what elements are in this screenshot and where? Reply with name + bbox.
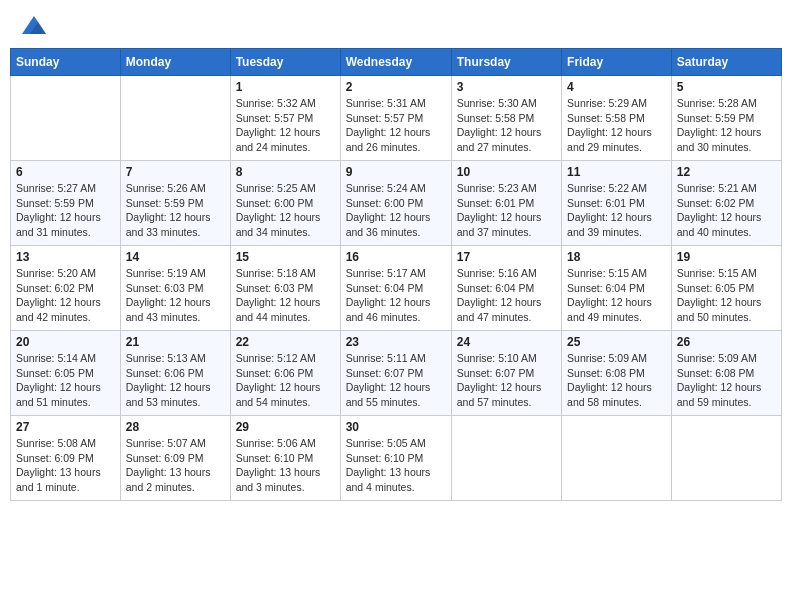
- day-number: 6: [16, 165, 115, 179]
- calendar-day-header: Saturday: [671, 49, 781, 76]
- calendar-cell: 2Sunrise: 5:31 AM Sunset: 5:57 PM Daylig…: [340, 76, 451, 161]
- calendar-cell: 8Sunrise: 5:25 AM Sunset: 6:00 PM Daylig…: [230, 161, 340, 246]
- day-info: Sunrise: 5:15 AM Sunset: 6:05 PM Dayligh…: [677, 266, 776, 325]
- calendar-day-header: Monday: [120, 49, 230, 76]
- day-info: Sunrise: 5:21 AM Sunset: 6:02 PM Dayligh…: [677, 181, 776, 240]
- calendar-cell: 15Sunrise: 5:18 AM Sunset: 6:03 PM Dayli…: [230, 246, 340, 331]
- day-number: 9: [346, 165, 446, 179]
- day-info: Sunrise: 5:09 AM Sunset: 6:08 PM Dayligh…: [567, 351, 666, 410]
- calendar-cell: 30Sunrise: 5:05 AM Sunset: 6:10 PM Dayli…: [340, 416, 451, 501]
- day-number: 10: [457, 165, 556, 179]
- day-number: 11: [567, 165, 666, 179]
- calendar-cell: 24Sunrise: 5:10 AM Sunset: 6:07 PM Dayli…: [451, 331, 561, 416]
- calendar-cell: 11Sunrise: 5:22 AM Sunset: 6:01 PM Dayli…: [562, 161, 672, 246]
- day-info: Sunrise: 5:24 AM Sunset: 6:00 PM Dayligh…: [346, 181, 446, 240]
- day-info: Sunrise: 5:06 AM Sunset: 6:10 PM Dayligh…: [236, 436, 335, 495]
- day-number: 2: [346, 80, 446, 94]
- day-number: 7: [126, 165, 225, 179]
- day-info: Sunrise: 5:28 AM Sunset: 5:59 PM Dayligh…: [677, 96, 776, 155]
- day-info: Sunrise: 5:09 AM Sunset: 6:08 PM Dayligh…: [677, 351, 776, 410]
- day-info: Sunrise: 5:32 AM Sunset: 5:57 PM Dayligh…: [236, 96, 335, 155]
- calendar-cell: 10Sunrise: 5:23 AM Sunset: 6:01 PM Dayli…: [451, 161, 561, 246]
- day-info: Sunrise: 5:07 AM Sunset: 6:09 PM Dayligh…: [126, 436, 225, 495]
- logo-icon: [20, 14, 48, 42]
- calendar-cell: 20Sunrise: 5:14 AM Sunset: 6:05 PM Dayli…: [11, 331, 121, 416]
- day-number: 14: [126, 250, 225, 264]
- calendar-cell: 25Sunrise: 5:09 AM Sunset: 6:08 PM Dayli…: [562, 331, 672, 416]
- calendar-cell: [11, 76, 121, 161]
- calendar-cell: 12Sunrise: 5:21 AM Sunset: 6:02 PM Dayli…: [671, 161, 781, 246]
- calendar-cell: [562, 416, 672, 501]
- logo: [18, 14, 48, 36]
- calendar-cell: 14Sunrise: 5:19 AM Sunset: 6:03 PM Dayli…: [120, 246, 230, 331]
- calendar-cell: 6Sunrise: 5:27 AM Sunset: 5:59 PM Daylig…: [11, 161, 121, 246]
- calendar-cell: 7Sunrise: 5:26 AM Sunset: 5:59 PM Daylig…: [120, 161, 230, 246]
- page-header: [10, 10, 782, 40]
- day-info: Sunrise: 5:13 AM Sunset: 6:06 PM Dayligh…: [126, 351, 225, 410]
- day-number: 5: [677, 80, 776, 94]
- calendar-week-row: 1Sunrise: 5:32 AM Sunset: 5:57 PM Daylig…: [11, 76, 782, 161]
- day-info: Sunrise: 5:19 AM Sunset: 6:03 PM Dayligh…: [126, 266, 225, 325]
- calendar-day-header: Thursday: [451, 49, 561, 76]
- day-info: Sunrise: 5:18 AM Sunset: 6:03 PM Dayligh…: [236, 266, 335, 325]
- day-info: Sunrise: 5:11 AM Sunset: 6:07 PM Dayligh…: [346, 351, 446, 410]
- day-info: Sunrise: 5:22 AM Sunset: 6:01 PM Dayligh…: [567, 181, 666, 240]
- day-info: Sunrise: 5:20 AM Sunset: 6:02 PM Dayligh…: [16, 266, 115, 325]
- calendar-cell: 27Sunrise: 5:08 AM Sunset: 6:09 PM Dayli…: [11, 416, 121, 501]
- day-info: Sunrise: 5:29 AM Sunset: 5:58 PM Dayligh…: [567, 96, 666, 155]
- day-number: 24: [457, 335, 556, 349]
- day-number: 12: [677, 165, 776, 179]
- calendar-cell: [120, 76, 230, 161]
- day-info: Sunrise: 5:15 AM Sunset: 6:04 PM Dayligh…: [567, 266, 666, 325]
- day-info: Sunrise: 5:08 AM Sunset: 6:09 PM Dayligh…: [16, 436, 115, 495]
- day-number: 28: [126, 420, 225, 434]
- day-number: 13: [16, 250, 115, 264]
- calendar-week-row: 27Sunrise: 5:08 AM Sunset: 6:09 PM Dayli…: [11, 416, 782, 501]
- day-info: Sunrise: 5:16 AM Sunset: 6:04 PM Dayligh…: [457, 266, 556, 325]
- day-number: 8: [236, 165, 335, 179]
- day-number: 23: [346, 335, 446, 349]
- calendar-cell: 28Sunrise: 5:07 AM Sunset: 6:09 PM Dayli…: [120, 416, 230, 501]
- calendar-cell: 5Sunrise: 5:28 AM Sunset: 5:59 PM Daylig…: [671, 76, 781, 161]
- day-number: 30: [346, 420, 446, 434]
- day-number: 3: [457, 80, 556, 94]
- day-number: 17: [457, 250, 556, 264]
- calendar-cell: 18Sunrise: 5:15 AM Sunset: 6:04 PM Dayli…: [562, 246, 672, 331]
- day-number: 22: [236, 335, 335, 349]
- calendar-cell: 23Sunrise: 5:11 AM Sunset: 6:07 PM Dayli…: [340, 331, 451, 416]
- day-number: 21: [126, 335, 225, 349]
- day-number: 4: [567, 80, 666, 94]
- calendar-cell: 9Sunrise: 5:24 AM Sunset: 6:00 PM Daylig…: [340, 161, 451, 246]
- day-info: Sunrise: 5:25 AM Sunset: 6:00 PM Dayligh…: [236, 181, 335, 240]
- day-info: Sunrise: 5:26 AM Sunset: 5:59 PM Dayligh…: [126, 181, 225, 240]
- day-number: 1: [236, 80, 335, 94]
- calendar-cell: 3Sunrise: 5:30 AM Sunset: 5:58 PM Daylig…: [451, 76, 561, 161]
- day-number: 18: [567, 250, 666, 264]
- day-info: Sunrise: 5:30 AM Sunset: 5:58 PM Dayligh…: [457, 96, 556, 155]
- calendar-cell: 29Sunrise: 5:06 AM Sunset: 6:10 PM Dayli…: [230, 416, 340, 501]
- calendar-cell: [671, 416, 781, 501]
- day-info: Sunrise: 5:17 AM Sunset: 6:04 PM Dayligh…: [346, 266, 446, 325]
- calendar-cell: [451, 416, 561, 501]
- calendar-day-header: Tuesday: [230, 49, 340, 76]
- calendar-cell: 19Sunrise: 5:15 AM Sunset: 6:05 PM Dayli…: [671, 246, 781, 331]
- day-number: 25: [567, 335, 666, 349]
- day-info: Sunrise: 5:14 AM Sunset: 6:05 PM Dayligh…: [16, 351, 115, 410]
- calendar-week-row: 6Sunrise: 5:27 AM Sunset: 5:59 PM Daylig…: [11, 161, 782, 246]
- calendar-cell: 13Sunrise: 5:20 AM Sunset: 6:02 PM Dayli…: [11, 246, 121, 331]
- calendar-day-header: Sunday: [11, 49, 121, 76]
- day-number: 16: [346, 250, 446, 264]
- calendar-cell: 4Sunrise: 5:29 AM Sunset: 5:58 PM Daylig…: [562, 76, 672, 161]
- day-info: Sunrise: 5:23 AM Sunset: 6:01 PM Dayligh…: [457, 181, 556, 240]
- calendar-cell: 17Sunrise: 5:16 AM Sunset: 6:04 PM Dayli…: [451, 246, 561, 331]
- calendar-week-row: 20Sunrise: 5:14 AM Sunset: 6:05 PM Dayli…: [11, 331, 782, 416]
- day-info: Sunrise: 5:05 AM Sunset: 6:10 PM Dayligh…: [346, 436, 446, 495]
- calendar-cell: 21Sunrise: 5:13 AM Sunset: 6:06 PM Dayli…: [120, 331, 230, 416]
- day-number: 15: [236, 250, 335, 264]
- day-number: 19: [677, 250, 776, 264]
- day-number: 29: [236, 420, 335, 434]
- day-number: 26: [677, 335, 776, 349]
- day-info: Sunrise: 5:12 AM Sunset: 6:06 PM Dayligh…: [236, 351, 335, 410]
- day-number: 20: [16, 335, 115, 349]
- calendar-cell: 26Sunrise: 5:09 AM Sunset: 6:08 PM Dayli…: [671, 331, 781, 416]
